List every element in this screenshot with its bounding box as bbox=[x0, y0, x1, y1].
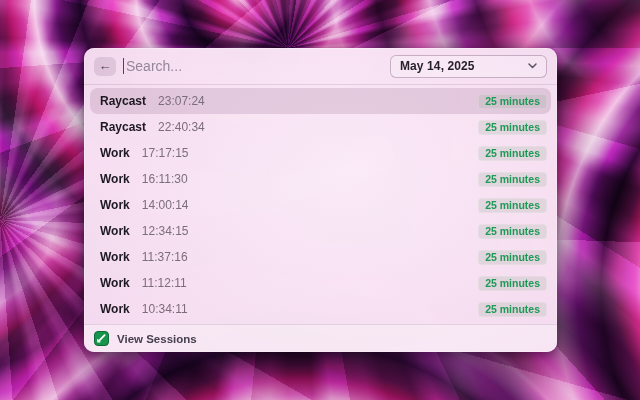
search-field-wrap bbox=[123, 58, 390, 74]
date-picker-value: May 14, 2025 bbox=[400, 59, 475, 73]
session-row[interactable]: Raycast 23:07:24 25 minutes bbox=[90, 88, 551, 114]
duration-badge: 25 minutes bbox=[478, 224, 547, 239]
search-input[interactable] bbox=[124, 58, 390, 74]
session-time: 22:40:34 bbox=[158, 120, 478, 134]
session-time: 14:00:14 bbox=[142, 198, 478, 212]
session-name: Work bbox=[100, 172, 130, 186]
session-row[interactable]: Work 16:11:30 25 minutes bbox=[90, 166, 551, 192]
duration-badge: 25 minutes bbox=[478, 120, 547, 135]
session-name: Raycast bbox=[100, 94, 146, 108]
duration-badge: 25 minutes bbox=[478, 302, 547, 317]
session-name: Work bbox=[100, 198, 130, 212]
session-row[interactable]: Work 17:17:15 25 minutes bbox=[90, 140, 551, 166]
back-arrow-icon: ← bbox=[99, 57, 112, 75]
session-name: Work bbox=[100, 250, 130, 264]
search-bar: ← May 14, 2025 bbox=[84, 48, 557, 85]
duration-badge: 25 minutes bbox=[478, 172, 547, 187]
session-name: Work bbox=[100, 146, 130, 160]
session-name: Work bbox=[100, 302, 130, 316]
date-picker[interactable]: May 14, 2025 bbox=[390, 55, 547, 78]
sessions-window: ← May 14, 2025 Raycast 23:07:24 25 minut… bbox=[84, 48, 557, 352]
session-name: Work bbox=[100, 224, 130, 238]
session-list: Raycast 23:07:24 25 minutes Raycast 22:4… bbox=[84, 85, 557, 324]
session-name: Work bbox=[100, 276, 130, 290]
session-time: 12:34:15 bbox=[142, 224, 478, 238]
session-row[interactable]: Work 11:37:16 25 minutes bbox=[90, 244, 551, 270]
duration-badge: 25 minutes bbox=[478, 94, 547, 109]
session-time: 11:12:11 bbox=[142, 276, 478, 290]
duration-badge: 25 minutes bbox=[478, 146, 547, 161]
session-row[interactable]: Raycast 22:40:34 25 minutes bbox=[90, 114, 551, 140]
chevron-down-icon bbox=[528, 63, 537, 69]
session-time: 23:07:24 bbox=[158, 94, 478, 108]
duration-badge: 25 minutes bbox=[478, 198, 547, 213]
view-sessions-button[interactable]: View Sessions bbox=[117, 333, 197, 345]
duration-badge: 25 minutes bbox=[478, 250, 547, 265]
session-row[interactable]: Work 14:00:14 25 minutes bbox=[90, 192, 551, 218]
footer-bar: View Sessions bbox=[84, 324, 557, 352]
session-time: 11:37:16 bbox=[142, 250, 478, 264]
back-button[interactable]: ← bbox=[94, 57, 116, 76]
session-time: 17:17:15 bbox=[142, 146, 478, 160]
duration-badge: 25 minutes bbox=[478, 276, 547, 291]
session-time: 10:34:11 bbox=[142, 302, 478, 316]
desktop: ← May 14, 2025 Raycast 23:07:24 25 minut… bbox=[0, 0, 640, 400]
session-row[interactable]: Work 10:34:11 25 minutes bbox=[90, 296, 551, 322]
session-row[interactable]: Work 11:12:11 25 minutes bbox=[90, 270, 551, 296]
compose-pencil-icon bbox=[94, 331, 109, 346]
session-time: 16:11:30 bbox=[142, 172, 478, 186]
session-row[interactable]: Work 12:34:15 25 minutes bbox=[90, 218, 551, 244]
session-name: Raycast bbox=[100, 120, 146, 134]
